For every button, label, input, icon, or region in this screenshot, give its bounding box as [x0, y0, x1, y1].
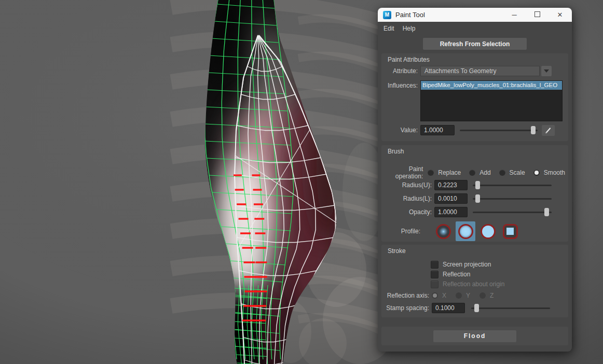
radio-axis-x-label: X [442, 292, 446, 299]
radius-u-slider[interactable] [473, 181, 552, 189]
gaussian-brush-icon [436, 224, 451, 239]
reflection-axis-label: Reflection axis: [381, 292, 429, 299]
radio-smooth[interactable] [533, 170, 540, 176]
opacity-label: Opacity: [381, 208, 432, 216]
brush-section: Brush Paint operation: Replace Add Scale… [381, 145, 568, 242]
reflection-about-origin-label: Reflection about origin [443, 281, 504, 288]
radio-axis-y-label: Y [466, 292, 470, 299]
attribute-label: Attribute: [381, 67, 418, 75]
profile-square-button[interactable] [500, 221, 520, 241]
influence-list-item-selected[interactable]: BipedMike_lowPoly_muscles_01:brachialis_… [421, 81, 562, 90]
reflection-label[interactable]: Reflection [443, 271, 470, 278]
reflection-about-origin-checkbox [431, 281, 438, 288]
radius-u-slider-handle[interactable] [475, 181, 480, 189]
paint-tool-window: M Paint Tool ─ ✕ Edit Help Refresh From … [378, 8, 572, 352]
radio-scale-label[interactable]: Scale [510, 169, 525, 176]
refresh-from-selection-button[interactable]: Refresh From Selection [423, 38, 527, 50]
opacity-input[interactable] [434, 207, 468, 217]
radio-add[interactable] [469, 170, 475, 176]
section-title-brush: Brush [388, 148, 404, 155]
value-slider-handle[interactable] [531, 126, 536, 134]
radius-l-input[interactable] [434, 193, 468, 204]
section-title-paint-attributes: Paint Attributes [388, 56, 430, 63]
radio-add-label[interactable]: Add [479, 169, 490, 176]
section-title-stroke: Stroke [388, 247, 406, 255]
paint-attributes-section: Paint Attributes Attribute: Attachments … [381, 53, 568, 141]
maximize-icon [535, 11, 540, 17]
influences-list[interactable]: BipedMike_lowPoly_muscles_01:brachialis_… [420, 80, 563, 121]
titlebar[interactable]: M Paint Tool ─ ✕ [378, 8, 572, 22]
profile-soft-button[interactable] [456, 221, 475, 241]
square-brush-icon [503, 224, 518, 239]
menu-edit[interactable]: Edit [383, 25, 394, 32]
radio-smooth-label[interactable]: Smooth [544, 169, 565, 176]
marking-pencil-button[interactable] [542, 125, 555, 136]
close-button[interactable]: ✕ [556, 11, 564, 18]
stamp-spacing-label: Stamp spacing: [381, 304, 429, 312]
attribute-dropdown[interactable]: Attachments To Geometry [420, 66, 540, 76]
screen-projection-checkbox[interactable] [431, 261, 438, 269]
opacity-slider-handle[interactable] [544, 208, 549, 216]
reflection-checkbox[interactable] [431, 271, 438, 278]
maya-logo-icon: M [383, 11, 391, 19]
soft-brush-icon [458, 224, 473, 239]
radio-axis-x [432, 292, 438, 299]
attribute-dropdown-value: Attachments To Geometry [424, 67, 497, 75]
radio-replace[interactable] [428, 170, 434, 176]
flood-button[interactable]: Flood [433, 330, 516, 342]
radius-l-slider-handle[interactable] [475, 194, 480, 203]
radius-l-label: Radius(L): [381, 195, 432, 202]
opacity-slider[interactable] [473, 208, 552, 216]
flood-section: Flood [381, 327, 568, 345]
radius-u-input[interactable] [434, 180, 468, 190]
radio-scale[interactable] [499, 170, 505, 176]
stamp-spacing-slider-handle[interactable] [474, 304, 479, 312]
radius-l-slider[interactable] [473, 194, 552, 203]
value-slider[interactable] [460, 126, 538, 134]
minimize-button[interactable]: ─ [511, 11, 518, 18]
influences-label: Influences: [381, 82, 418, 89]
pencil-icon [544, 127, 552, 134]
radio-axis-z-label: Z [490, 292, 494, 299]
radius-u-label: Radius(U): [381, 181, 432, 189]
window-title: Paint Tool [395, 11, 511, 19]
maximize-button[interactable] [533, 11, 541, 18]
solid-brush-icon [481, 224, 496, 239]
attribute-dropdown-button[interactable] [541, 66, 552, 76]
stroke-section: Stroke Screen projection Reflection Refl… [381, 245, 568, 317]
profile-solid-button[interactable] [478, 221, 498, 241]
profile-label: Profile: [381, 228, 420, 235]
radio-axis-y [456, 292, 462, 299]
value-label: Value: [381, 127, 418, 134]
chevron-down-icon [544, 69, 549, 73]
profile-gaussian-button[interactable] [433, 221, 453, 241]
radio-axis-z [479, 292, 486, 299]
stamp-spacing-input[interactable] [432, 303, 465, 313]
radio-replace-label[interactable]: Replace [438, 169, 461, 176]
menu-help[interactable]: Help [403, 25, 416, 32]
value-input[interactable] [420, 125, 455, 135]
paint-operation-label: Paint operation: [381, 165, 423, 180]
screen-projection-label[interactable]: Screen projection [443, 261, 491, 268]
stamp-spacing-slider[interactable] [471, 304, 550, 312]
menubar: Edit Help [378, 22, 572, 35]
